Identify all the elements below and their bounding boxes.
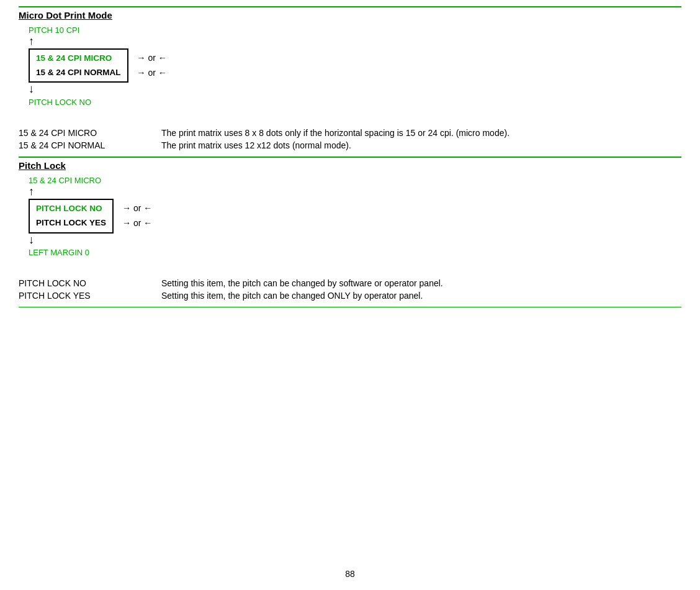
arrow-row-pitch-1: → or ←: [122, 216, 152, 231]
arrow-row-micro-1: → or ←: [137, 66, 167, 81]
menu-box-row-pitch: PITCH LOCK NO PITCH LOCK YES → or ← → or…: [29, 199, 681, 234]
nav-bottom-label-micro: PITCH LOCK NO: [29, 98, 91, 107]
box-item-micro-1: 15 & 24 CPI NORMAL: [36, 66, 121, 80]
desc-row-pitch-0: PITCH LOCK NO Setting this item, the pit…: [19, 278, 681, 288]
arrow-row-pitch-0: → or ←: [122, 201, 152, 216]
desc-table-micro: 15 & 24 CPI MICRO The print matrix uses …: [19, 128, 681, 150]
nav-bottom-label-pitch: LEFT MARGIN 0: [29, 248, 89, 257]
box-item-micro-0: 15 & 24 CPI MICRO: [36, 52, 121, 66]
box-item-pitch-0: PITCH LOCK NO: [36, 202, 106, 216]
nav-diagram-micro-dot: PITCH 10 CPI ↑ 15 & 24 CPI MICRO 15 & 24…: [29, 24, 681, 107]
section-title-pitch-lock: Pitch Lock: [19, 160, 66, 171]
nav-top-label-pitch: 15 & 24 CPI MICRO: [29, 176, 101, 185]
section-header-pitch-lock: Pitch Lock: [19, 157, 681, 172]
desc-row-micro-0: 15 & 24 CPI MICRO The print matrix uses …: [19, 128, 681, 138]
desc-text-pitch-0: Setting this item, the pitch can be chan…: [161, 278, 681, 288]
desc-text-micro-0: The print matrix uses 8 x 8 dots only if…: [161, 128, 681, 138]
arrow-down-pitch: ↓: [29, 234, 681, 247]
menu-box-row-micro: 15 & 24 CPI MICRO 15 & 24 CPI NORMAL → o…: [29, 48, 681, 83]
section-title-micro-dot: Micro Dot Print Mode: [19, 10, 112, 20]
page-container: Micro Dot Print Mode PITCH 10 CPI ↑ 15 &…: [0, 0, 700, 590]
arrow-up-pitch: ↑: [29, 185, 681, 199]
page-number: 88: [345, 569, 355, 579]
desc-label-pitch-1: PITCH LOCK YES: [19, 291, 161, 301]
box-labels-micro: 15 & 24 CPI MICRO 15 & 24 CPI NORMAL: [29, 48, 128, 83]
desc-text-pitch-1: Setting this item, the pitch can be chan…: [161, 291, 681, 301]
arrow-down-micro: ↓: [29, 83, 681, 96]
desc-label-micro-1: 15 & 24 CPI NORMAL: [19, 140, 161, 150]
section-header-micro-dot: Micro Dot Print Mode: [19, 6, 681, 22]
desc-label-pitch-0: PITCH LOCK NO: [19, 278, 161, 288]
desc-row-micro-1: 15 & 24 CPI NORMAL The print matrix uses…: [19, 140, 681, 150]
box-item-pitch-1: PITCH LOCK YES: [36, 216, 106, 230]
desc-text-micro-1: The print matrix uses 12 x12 dots (norma…: [161, 140, 681, 150]
nav-diagram-pitch-lock: 15 & 24 CPI MICRO ↑ PITCH LOCK NO PITCH …: [29, 175, 681, 257]
desc-label-micro-0: 15 & 24 CPI MICRO: [19, 128, 161, 138]
bottom-divider: [19, 307, 681, 307]
arrows-col-micro: → or ← → or ←: [137, 48, 167, 83]
arrow-up-micro: ↑: [29, 35, 681, 48]
arrow-row-micro-0: → or ←: [137, 51, 167, 66]
desc-table-pitch: PITCH LOCK NO Setting this item, the pit…: [19, 278, 681, 301]
arrows-col-pitch: → or ← → or ←: [122, 199, 152, 234]
nav-top-label-micro: PITCH 10 CPI: [29, 25, 79, 35]
box-labels-pitch: PITCH LOCK NO PITCH LOCK YES: [29, 199, 114, 234]
desc-row-pitch-1: PITCH LOCK YES Setting this item, the pi…: [19, 291, 681, 301]
